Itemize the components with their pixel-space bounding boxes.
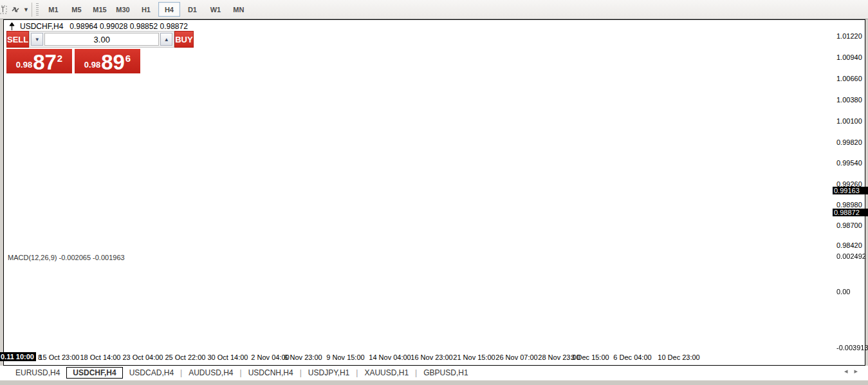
macd-tick-label: 0.002492 xyxy=(836,252,866,260)
tab-scroll-right-icon: ▸ xyxy=(854,367,864,375)
buy-price-point: 6 xyxy=(125,53,131,64)
sell-price-button[interactable]: 0.98 87 2 xyxy=(6,49,72,73)
sell-price-pips: 87 xyxy=(33,53,57,72)
volume-stepper: ▼ ▲ xyxy=(29,31,174,48)
volume-decrease-button[interactable]: ▼ xyxy=(31,33,43,46)
time-tick-label: 9 Nov 15:00 xyxy=(326,353,364,361)
tab-xauusd[interactable]: XAUUSD,H1 xyxy=(358,367,415,379)
ohlc-values: 0.98964 0.99028 0.98852 0.98872 xyxy=(69,22,188,31)
dropdown-caret-icon[interactable]: ▼ xyxy=(23,6,29,13)
price-tick-label: 1.01220 xyxy=(836,32,862,40)
toolbar-separator xyxy=(32,3,32,17)
hline-price-label: 0.99163 xyxy=(833,187,868,194)
timeframe-button-mn[interactable]: MN xyxy=(228,2,250,17)
cursor-icon[interactable] xyxy=(0,3,9,16)
bid-price-label: 0.98872 xyxy=(833,209,868,216)
chart-title: USDCHF,H4 0.98964 0.99028 0.98852 0.9887… xyxy=(9,22,188,31)
price-tick-label: 1.00660 xyxy=(836,75,862,82)
time-tick-label: 14 Nov 04:00 xyxy=(369,353,411,361)
volume-increase-button[interactable]: ▲ xyxy=(160,33,172,46)
price-tick-label: 0.98700 xyxy=(836,221,862,229)
time-tick-label: 15 Oct 23:00 xyxy=(39,353,80,361)
timeframe-button-h1[interactable]: H1 xyxy=(135,2,157,17)
timeframe-button-w1[interactable]: W1 xyxy=(205,2,226,17)
price-tick-label: 1.00100 xyxy=(836,117,862,125)
timeframe-button-m15[interactable]: M15 xyxy=(89,2,111,17)
price-tick-label: 0.98420 xyxy=(836,241,862,249)
price-tick-label: 0.98980 xyxy=(836,201,862,209)
price-tick-label: 1.00940 xyxy=(836,53,862,61)
time-tick-label: 10 Dec 23:00 xyxy=(658,353,699,361)
chart-tab-bar: EURUSD,H4USDCHF,H4USDCAD,H4|AUDUSD,H4|US… xyxy=(0,366,868,380)
timeframe-button-h4[interactable]: H4 xyxy=(158,2,180,17)
tab-scroll-arrows[interactable]: ◂▸ xyxy=(844,367,864,375)
top-toolbar: ▼ M1M5M15M30H1H4D1W1MN xyxy=(0,0,868,19)
price-tick-label: 1.00380 xyxy=(836,96,862,104)
macd-name: MACD(12,26,9) xyxy=(8,254,57,261)
time-tick-label: 6 Nov 23:00 xyxy=(284,353,322,361)
macd-tick-label: -0.003913 xyxy=(836,344,868,352)
macd-tick-label: 0.00 xyxy=(836,288,850,296)
sell-button[interactable]: SELL xyxy=(6,31,29,48)
volume-input[interactable] xyxy=(44,33,159,46)
macd-current-values: -0.002065 -0.001963 xyxy=(59,254,124,261)
tab-gbpusd[interactable]: GBPUSD,H1 xyxy=(417,367,474,379)
buy-price-big-figure: 0.98 xyxy=(84,60,100,70)
status-strip xyxy=(0,380,868,385)
buy-price-button[interactable]: 0.98 89 6 xyxy=(75,49,140,73)
time-tick-label: 6 Dec 04:00 xyxy=(613,353,651,361)
macd-indicator-label: MACD(12,26,9) -0.002065 -0.001963 xyxy=(8,254,125,261)
one-click-trading-widget: SELL ▼ ▲ BUY 0.98 87 2 0.98 89 6 xyxy=(6,31,140,73)
tab-usdcnh[interactable]: USDCNH,H4 xyxy=(242,367,300,379)
tab-eurusd[interactable]: EURUSD,H4 xyxy=(9,367,66,379)
tab-usdjpy[interactable]: USDJPY,H1 xyxy=(302,367,356,379)
toolbar-grip-handle[interactable] xyxy=(36,3,39,16)
time-tick-label: 26 Nov 07:00 xyxy=(495,353,537,361)
time-tick-label: 30 Oct 14:00 xyxy=(208,353,248,361)
buy-price-pips: 89 xyxy=(101,53,125,72)
metatrader-window: { "window": { "title_symbol": "USDCHF,H4… xyxy=(0,0,868,385)
time-tick-label: 3 Dec 15:00 xyxy=(571,353,609,361)
time-axis-partial-label: 8 xyxy=(38,353,42,361)
tab-scroll-left-icon: ◂ xyxy=(844,367,854,375)
time-tick-label: 23 Oct 04:00 xyxy=(123,353,163,361)
buy-button[interactable]: BUY xyxy=(174,31,193,48)
timeframe-button-d1[interactable]: D1 xyxy=(181,2,203,17)
sell-price-big-figure: 0.98 xyxy=(16,60,32,70)
chart-shift-arrow-icon xyxy=(9,23,15,31)
crosshair-time-label: 0.11 10:00 xyxy=(0,352,36,361)
time-tick-label: 21 Nov 15:00 xyxy=(453,353,495,361)
symbol-period-label: USDCHF,H4 xyxy=(20,22,63,31)
time-tick-label: 18 Oct 14:00 xyxy=(80,353,121,361)
tab-audusd[interactable]: AUDUSD,H4 xyxy=(182,367,239,379)
tab-usdcad[interactable]: USDCAD,H4 xyxy=(123,367,180,379)
arrange-charts-icon[interactable] xyxy=(9,3,22,16)
price-tick-label: 0.99820 xyxy=(836,138,862,146)
time-tick-label: 25 Oct 22:00 xyxy=(165,353,206,361)
tab-usdchf[interactable]: USDCHF,H4 xyxy=(66,367,122,379)
timeframe-button-m1[interactable]: M1 xyxy=(42,2,64,17)
time-tick-label: 16 Nov 23:00 xyxy=(411,353,452,361)
timeframe-button-m5[interactable]: M5 xyxy=(66,2,88,17)
price-tick-label: 0.99540 xyxy=(836,159,862,167)
timeframe-button-m30[interactable]: M30 xyxy=(112,2,134,17)
timeframe-toolbar: M1M5M15M30H1H4D1W1MN xyxy=(42,2,250,17)
sell-price-point: 2 xyxy=(57,53,62,64)
